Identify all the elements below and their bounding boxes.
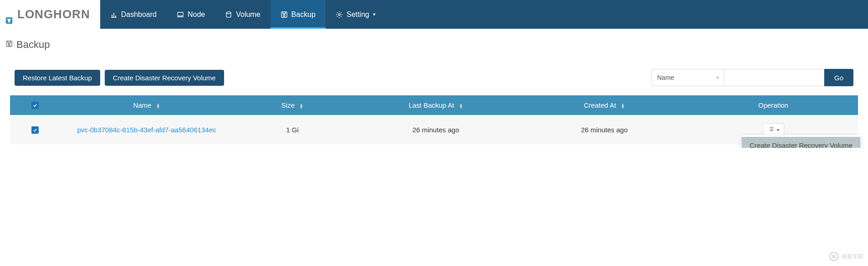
nav-dashboard[interactable]: Dashboard bbox=[100, 0, 167, 29]
nav-backup[interactable]: Backup bbox=[271, 0, 326, 29]
col-name[interactable]: Name bbox=[133, 101, 151, 109]
col-last-backup-at[interactable]: Last Backup At bbox=[408, 101, 454, 109]
operation-dropdown: Create Disaster Recovery Volume Restore … bbox=[742, 135, 860, 148]
nav-label: Setting bbox=[347, 10, 369, 19]
toolbar: Restore Latest Backup Create Disaster Re… bbox=[5, 69, 863, 95]
laptop-icon bbox=[177, 11, 184, 18]
svg-rect-1 bbox=[178, 12, 183, 16]
gear-icon bbox=[336, 11, 343, 18]
cell-created-at: 26 minutes ago bbox=[581, 126, 628, 134]
svg-point-2 bbox=[226, 12, 231, 14]
sort-icon[interactable]: ▲▼ bbox=[459, 103, 463, 109]
chevron-down-icon: ▾ bbox=[777, 127, 779, 132]
backup-table: Name ▲▼ Size ▲▼ Last Backup At ▲▼ Create… bbox=[10, 95, 858, 144]
nav-label: Dashboard bbox=[121, 10, 157, 19]
page-title-bar: Backup bbox=[0, 29, 868, 56]
operation-menu-button[interactable]: ▾ bbox=[763, 123, 784, 136]
backup-panel: Restore Latest Backup Create Disaster Re… bbox=[5, 60, 863, 144]
top-navbar: LONGHORN Dashboard Node Volume Backup Se… bbox=[0, 0, 868, 29]
create-dr-volume-button[interactable]: Create Disaster Recovery Volume bbox=[105, 70, 224, 86]
disk-icon bbox=[281, 11, 288, 18]
filter-field-value: Name bbox=[657, 74, 674, 81]
svg-point-4 bbox=[283, 15, 285, 16]
col-created-at[interactable]: Created At bbox=[584, 101, 616, 109]
nav-setting[interactable]: Setting ▾ bbox=[326, 0, 386, 29]
nav-label: Node bbox=[188, 10, 205, 19]
chevron-down-icon: ▾ bbox=[716, 74, 719, 81]
disk-icon bbox=[5, 40, 13, 49]
nav-volume[interactable]: Volume bbox=[215, 0, 270, 29]
brand-name: LONGHORN bbox=[17, 7, 90, 21]
longhorn-logo-icon bbox=[5, 11, 13, 18]
bar-chart-icon bbox=[110, 11, 117, 18]
go-button[interactable]: Go bbox=[824, 69, 853, 86]
page-title: Backup bbox=[16, 39, 50, 51]
filter-field-select[interactable]: Name ▾ bbox=[651, 69, 724, 86]
svg-point-5 bbox=[338, 14, 340, 16]
filter-value-input[interactable] bbox=[724, 69, 824, 86]
cell-last-backup-at: 26 minutes ago bbox=[413, 126, 460, 134]
brand[interactable]: LONGHORN bbox=[0, 0, 100, 29]
database-icon bbox=[225, 11, 232, 18]
sort-icon[interactable]: ▲▼ bbox=[156, 103, 160, 109]
row-checkbox[interactable] bbox=[31, 126, 39, 134]
col-size[interactable]: Size bbox=[281, 101, 295, 109]
nav-label: Backup bbox=[291, 10, 316, 19]
nav-items: Dashboard Node Volume Backup Setting ▾ bbox=[100, 0, 386, 29]
cell-size: 1 Gi bbox=[286, 126, 299, 134]
select-all-checkbox[interactable] bbox=[31, 102, 39, 109]
col-operation: Operation bbox=[758, 101, 788, 109]
nav-node[interactable]: Node bbox=[167, 0, 215, 29]
table-row: pvc-0b37084c-815b-43ef-afd7-aa56406134ec… bbox=[10, 115, 858, 144]
menu-create-dr-volume[interactable]: Create Disaster Recovery Volume bbox=[742, 137, 860, 148]
restore-latest-backup-button[interactable]: Restore Latest Backup bbox=[15, 70, 100, 86]
svg-point-7 bbox=[8, 44, 10, 46]
list-icon bbox=[768, 126, 774, 133]
volume-name-link[interactable]: pvc-0b37084c-815b-43ef-afd7-aa56406134ec bbox=[77, 126, 216, 134]
sort-icon[interactable]: ▲▼ bbox=[299, 103, 303, 109]
sort-icon[interactable]: ▲▼ bbox=[621, 103, 625, 109]
chevron-down-icon: ▾ bbox=[373, 11, 376, 17]
nav-label: Volume bbox=[236, 10, 260, 19]
